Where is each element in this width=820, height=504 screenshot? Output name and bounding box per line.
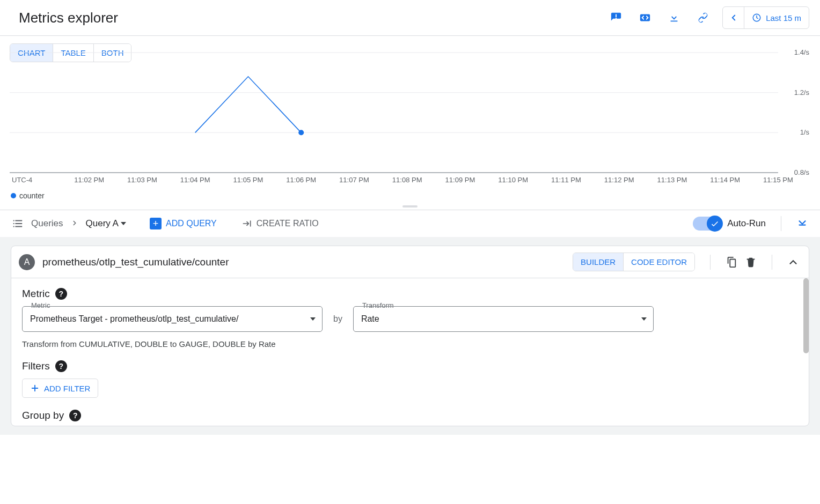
- time-range-picker: Last 15 m: [722, 6, 809, 29]
- metric-heading-label: Metric: [22, 288, 50, 300]
- svg-text:11:06 PM: 11:06 PM: [286, 176, 316, 184]
- auto-run-label: Auto-Run: [727, 218, 766, 229]
- builder-tab[interactable]: BUILDER: [573, 253, 623, 271]
- metric-select[interactable]: Prometheus Target - prometheus/otlp_test…: [22, 306, 323, 332]
- collapse-query-button[interactable]: [787, 256, 799, 268]
- duplicate-query-button[interactable]: [726, 256, 737, 268]
- svg-text:1/s: 1/s: [800, 128, 810, 136]
- svg-text:11:12 PM: 11:12 PM: [604, 176, 634, 184]
- plus-icon: +: [150, 218, 162, 229]
- auto-run-toggle[interactable]: [693, 217, 722, 231]
- chart-panel: CHART TABLE BOTH 1.4/s1.2/s1/s0.8/s11:02…: [0, 36, 820, 203]
- svg-text:1.4/s: 1.4/s: [794, 48, 810, 56]
- auto-run-toggle-wrap: Auto-Run: [693, 217, 766, 231]
- svg-text:11:04 PM: 11:04 PM: [180, 176, 210, 184]
- queries-label: Queries: [31, 218, 63, 229]
- add-query-label: ADD QUERY: [166, 219, 217, 228]
- svg-text:11:10 PM: 11:10 PM: [498, 176, 528, 184]
- svg-text:11:11 PM: 11:11 PM: [551, 176, 581, 184]
- create-ratio-label: CREATE RATIO: [257, 219, 319, 228]
- link-icon[interactable]: [693, 8, 713, 27]
- metric-heading: Metric ?: [22, 288, 798, 300]
- svg-text:11:07 PM: 11:07 PM: [339, 176, 369, 184]
- transform-value: Rate: [361, 314, 379, 324]
- svg-text:0.8/s: 0.8/s: [794, 168, 810, 176]
- editor-mode-tabs: BUILDER CODE EDITOR: [573, 253, 695, 271]
- svg-text:11:02 PM: 11:02 PM: [74, 176, 104, 184]
- filters-heading: Filters ?: [22, 360, 798, 372]
- legend-marker-icon: [11, 193, 16, 198]
- query-toolbar: Queries Query A + ADD QUERY CREATE RATIO…: [0, 210, 820, 237]
- svg-text:11:13 PM: 11:13 PM: [657, 176, 687, 184]
- svg-text:11:15 PM: 11:15 PM: [763, 176, 793, 184]
- chart-legend: counter: [10, 191, 810, 200]
- svg-text:11:08 PM: 11:08 PM: [392, 176, 422, 184]
- query-selector[interactable]: Query A: [86, 218, 126, 229]
- queries-list-icon: [12, 218, 24, 229]
- svg-text:11:03 PM: 11:03 PM: [127, 176, 157, 184]
- page-header: Metrics explorer Last 15 m: [0, 0, 820, 36]
- code-icon[interactable]: [635, 8, 655, 27]
- svg-text:1.2/s: 1.2/s: [794, 88, 810, 97]
- svg-text:11:14 PM: 11:14 PM: [710, 176, 740, 184]
- chart[interactable]: 1.4/s1.2/s1/s0.8/s11:02 PM11:03 PM11:04 …: [10, 48, 810, 190]
- query-card-body: Metric ? Metric Prometheus Target - prom…: [11, 278, 809, 426]
- metric-row: Metric Prometheus Target - prometheus/ot…: [22, 306, 798, 332]
- time-prev-button[interactable]: [723, 7, 744, 28]
- transform-field: Transform Rate: [353, 306, 654, 332]
- divider: [710, 255, 711, 270]
- query-card-header: A prometheus/otlp_test_cumulative/counte…: [11, 246, 809, 278]
- caret-down-icon: [121, 222, 126, 225]
- breadcrumb-chevron-icon: [71, 218, 78, 229]
- code-editor-tab[interactable]: CODE EDITOR: [623, 253, 694, 271]
- svg-text:11:05 PM: 11:05 PM: [233, 176, 263, 184]
- delete-query-button[interactable]: [745, 256, 757, 268]
- query-badge: A: [19, 254, 35, 270]
- help-icon[interactable]: ?: [69, 410, 81, 421]
- header-actions: Last 15 m: [606, 6, 809, 29]
- legend-label: counter: [19, 191, 45, 200]
- svg-text:11:09 PM: 11:09 PM: [445, 176, 475, 184]
- help-icon[interactable]: ?: [55, 360, 67, 372]
- help-icon[interactable]: ?: [55, 288, 67, 300]
- time-range-button[interactable]: Last 15 m: [744, 7, 809, 28]
- query-name-label: Query A: [86, 218, 119, 229]
- divider: [772, 255, 772, 270]
- add-query-button[interactable]: + ADD QUERY: [147, 216, 220, 232]
- metric-value: Prometheus Target - prometheus/otlp_test…: [30, 314, 238, 324]
- filters-heading-label: Filters: [22, 360, 50, 372]
- queries-body: A prometheus/otlp_test_cumulative/counte…: [0, 237, 820, 435]
- groupby-heading: Group by ?: [22, 410, 798, 421]
- create-ratio-button[interactable]: CREATE RATIO: [241, 218, 319, 229]
- by-label: by: [333, 314, 342, 324]
- transform-select[interactable]: Rate: [353, 306, 654, 332]
- svg-point-26: [298, 130, 304, 135]
- panel-resize-handle[interactable]: [0, 203, 820, 210]
- toggle-knob-icon: [707, 216, 723, 232]
- add-filter-button[interactable]: ADD FILTER: [22, 379, 98, 398]
- svg-text:UTC-4: UTC-4: [12, 176, 32, 184]
- time-range-label: Last 15 m: [766, 13, 801, 23]
- groupby-heading-label: Group by: [22, 410, 64, 421]
- query-card: A prometheus/otlp_test_cumulative/counte…: [11, 246, 809, 426]
- page-title: Metrics explorer: [19, 10, 118, 26]
- divider: [781, 216, 781, 231]
- query-title: prometheus/otlp_test_cumulative/counter: [42, 256, 229, 268]
- transform-note: Transform from CUMULATIVE, DOUBLE to GAU…: [22, 339, 798, 349]
- download-icon[interactable]: [664, 8, 684, 27]
- caret-down-icon: [310, 317, 316, 321]
- feedback-icon[interactable]: [606, 8, 626, 27]
- scrollbar[interactable]: [803, 278, 809, 353]
- add-filter-label: ADD FILTER: [44, 384, 90, 393]
- collapse-all-button[interactable]: [796, 217, 808, 231]
- caret-down-icon: [641, 317, 647, 321]
- metric-field: Metric Prometheus Target - prometheus/ot…: [22, 306, 323, 332]
